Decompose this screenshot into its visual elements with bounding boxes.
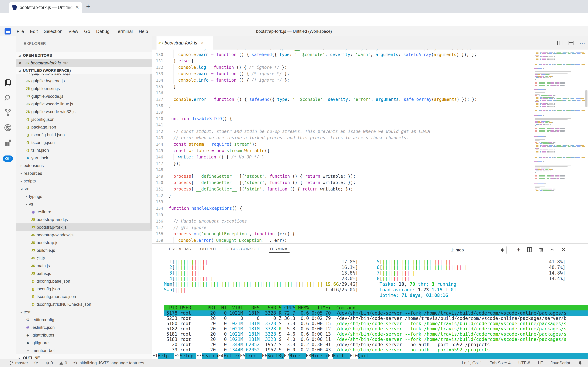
menu-item-selection[interactable]: Selection (41, 29, 66, 34)
code-line[interactable]: 130console.warn = function () { safeSend… (152, 51, 588, 58)
code-line[interactable]: 149process['__defineGetter__']('stdout',… (152, 173, 588, 180)
terminal[interactable]: 1[|||||||||||||17.8%]2[|||||||||||16.1%]… (164, 259, 588, 353)
status-item-error[interactable]: ⊗0 (46, 360, 53, 366)
panel-tab-problems[interactable]: PROBLEMS (169, 247, 191, 253)
file-row[interactable]: {}tsconfig.monaco.json (16, 293, 152, 300)
maximize-panel-icon[interactable] (549, 243, 555, 256)
code-line[interactable]: 143// error when we are inside a forked … (152, 135, 588, 141)
split-editor-icon[interactable] (557, 40, 563, 46)
code-line[interactable]: 144const stream = require('stream'); (152, 141, 588, 148)
workspace-header[interactable]: ◢ UNTITLED (WORKSPACE) (16, 67, 152, 74)
terminal-select[interactable]: 1: htop (448, 246, 507, 254)
file-row[interactable]: {}tslint.json (16, 146, 152, 154)
code-line[interactable]: 134console.info = function () { /* ignor… (152, 77, 588, 83)
file-row[interactable]: ▸typings (16, 193, 152, 200)
editor-scrollbar[interactable] (585, 90, 588, 107)
sidebar-scrollbar[interactable] (150, 74, 152, 229)
editor-tab[interactable]: JS bootstrap-fork.js × (157, 36, 213, 50)
status-item-warning[interactable]: 0 (59, 360, 67, 366)
file-row[interactable]: JScli.js (16, 254, 152, 262)
code-line[interactable]: 138} (152, 103, 588, 109)
file-row[interactable]: JSmain.js (16, 262, 152, 270)
code-line[interactable]: 129console.log = function () { safeSend(… (152, 50, 588, 51)
file-row[interactable]: JSgulpfile.vscode.js (16, 92, 152, 100)
status-item[interactable]: LF (538, 360, 543, 366)
open-editor-item[interactable]: ✕ JS bootstrap-fork.js src (16, 59, 152, 67)
coder-logo-icon[interactable] (5, 28, 11, 34)
code-line[interactable]: 153 (152, 199, 588, 205)
status-item-spinner[interactable]: ⟲Initializing JS/TS language features (73, 360, 144, 366)
file-row[interactable]: {}package.json (16, 123, 152, 131)
code-line[interactable]: 137console.error = function () { safeSen… (152, 96, 588, 103)
outline-header[interactable]: ▸ OUTLINE (16, 354, 152, 359)
status-item[interactable]: Tab Size: 4 (490, 360, 511, 366)
close-icon[interactable]: ✕ (18, 61, 23, 66)
file-row[interactable]: ▸scripts (16, 177, 152, 185)
file-row[interactable]: JSbootstrap.js (16, 239, 152, 247)
source-control-icon[interactable] (0, 107, 16, 119)
code-line[interactable]: 148 (152, 167, 588, 173)
extensions-icon[interactable] (0, 137, 16, 149)
code-line[interactable]: 158process.on('uncaughtException', funct… (152, 231, 588, 237)
code-line[interactable]: 146write: function () { /* No OP */ } (152, 154, 588, 160)
file-row[interactable]: ▸extensions (16, 162, 152, 169)
file-row[interactable]: ◆.gitignore (16, 339, 152, 347)
menu-item-edit[interactable]: Edit (27, 29, 41, 34)
code-line[interactable]: 155 (152, 211, 588, 218)
code-line[interactable]: 142// const stdout, stderr and stdin be … (152, 128, 588, 135)
file-row[interactable]: ◉.eslintrc.json (16, 324, 152, 331)
open-editors-header[interactable]: ◢ OPEN EDITORS (16, 52, 152, 59)
menu-item-help[interactable]: Help (136, 29, 151, 34)
file-row[interactable]: ≡.mention-bot (16, 347, 152, 354)
file-row[interactable]: ⚙.editorconfig (16, 316, 152, 324)
search-icon[interactable] (0, 92, 16, 104)
debug-off-icon[interactable] (0, 122, 16, 134)
file-row[interactable]: {}tsconfig.build.json (16, 131, 152, 139)
code-line[interactable]: 152} (152, 192, 588, 199)
code-line[interactable]: 136 (152, 90, 588, 96)
panel-tab-debug-console[interactable]: DEBUG CONSOLE (226, 247, 260, 253)
file-row[interactable]: JSgulpfile.vscode.win32.js (16, 108, 152, 116)
panel-tab-terminal[interactable]: TERMINAL (269, 247, 290, 253)
file-row[interactable]: JSgulpfile.mixin.js (16, 85, 152, 92)
code-line[interactable]: 151process['__defineGetter__']('stdin', … (152, 186, 588, 192)
split-terminal-icon[interactable] (527, 243, 532, 256)
status-item-branch[interactable]: master (10, 360, 28, 366)
code-line[interactable]: 154function handleExceptions() { (152, 205, 588, 212)
code-line[interactable]: 157// @ts-ignore (152, 225, 588, 231)
code-line[interactable]: 141 (152, 122, 588, 128)
code-line[interactable]: 156// Handle uncaught exceptions (152, 218, 588, 225)
file-row[interactable]: {}tsconfig.strictNullChecks.json (16, 300, 152, 308)
menu-item-debug[interactable]: Debug (93, 29, 113, 34)
file-row[interactable]: ▸vs (16, 200, 152, 208)
tab-close-icon[interactable]: ✕ (75, 5, 79, 10)
file-row[interactable]: JSgulpfile.hygiene.js (16, 77, 152, 85)
file-row[interactable]: JSbootstrap-amd.js (16, 216, 152, 223)
code-line[interactable]: 139 (152, 109, 588, 116)
code-line[interactable]: 145const writable = new stream.Writable(… (152, 148, 588, 154)
status-badge[interactable]: Off (3, 156, 13, 162)
file-row[interactable]: {}tsconfig.json (16, 139, 152, 146)
code-line[interactable]: 135} (152, 83, 588, 90)
file-row[interactable]: JSbootstrap-fork.js (16, 223, 152, 231)
file-row[interactable]: JSbootstrap-window.js (16, 231, 152, 239)
menu-item-terminal[interactable]: Terminal (113, 29, 136, 34)
file-row[interactable]: {}tsconfig.base.json (16, 277, 152, 285)
minimap[interactable] (534, 52, 585, 192)
code-line[interactable]: 150process['__defineGetter__']('stderr',… (152, 179, 588, 186)
menu-item-go[interactable]: Go (81, 29, 93, 34)
menu-item-view[interactable]: View (66, 29, 81, 34)
editor-layout-icon[interactable] (568, 40, 574, 46)
file-row[interactable]: JSbuildfile.js (16, 247, 152, 254)
new-terminal-icon[interactable]: + (517, 243, 521, 256)
code-editor[interactable]: 129console.log = function () { safeSend(… (152, 50, 588, 243)
file-row[interactable]: ▸resources (16, 169, 152, 177)
file-row[interactable]: ▸test (16, 308, 152, 316)
file-row[interactable]: JSgulpfile.vscode.linux.js (16, 100, 152, 108)
file-row[interactable]: ●yarn.lock (16, 154, 152, 162)
file-row[interactable]: {}jsconfig.json (16, 116, 152, 123)
status-item[interactable]: Ln 1, Col 1 (462, 360, 482, 366)
new-tab-button[interactable]: + (86, 2, 90, 10)
code-line[interactable]: 147}); (152, 160, 588, 167)
panel-tab-output[interactable]: OUTPUT (200, 247, 216, 253)
